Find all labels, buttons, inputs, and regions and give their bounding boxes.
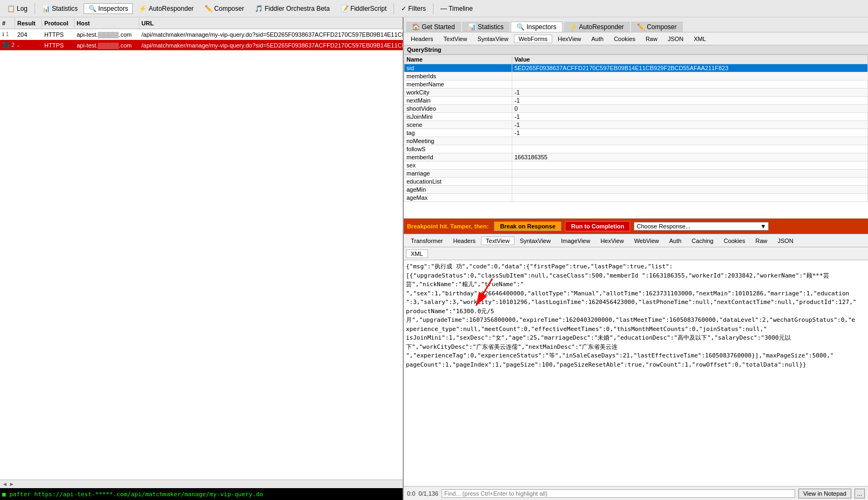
resp-tab-syntaxview[interactable]: SyntaxView [515, 237, 555, 245]
list-item[interactable]: memberId1663186355 [404, 153, 868, 161]
qs-value [512, 186, 868, 194]
qs-name: isJoinMini [404, 113, 512, 121]
resp-tab-headers[interactable]: Headers [449, 237, 481, 245]
divider3 [433, 3, 433, 14]
list-item[interactable]: workCity-1 [404, 89, 868, 97]
filters-button[interactable]: ✓ Filters [396, 3, 431, 14]
log-button[interactable]: 📋 Log [2, 3, 32, 14]
itab-textview[interactable]: TextView [439, 35, 472, 43]
horizontal-scrollbar[interactable]: ◄ ► [0, 479, 403, 488]
statistics-icon: 📊 [42, 5, 50, 12]
qs-name: ageMin [404, 186, 512, 194]
list-item[interactable]: shootVideo0 [404, 105, 868, 113]
table-row[interactable]: ℹ 1 204 HTTPS api-test.▒▒▒▒▒.com /api/ma… [0, 29, 403, 40]
list-item[interactable]: memberName [404, 80, 868, 89]
row-url: /api/matchmaker/manage/my-vip-query.do?s… [139, 29, 403, 39]
composer-icon: ✏️ [205, 5, 213, 12]
itab-syntaxview[interactable]: SyntaxView [472, 35, 513, 43]
itab-raw[interactable]: Raw [641, 35, 662, 43]
itab-hexview[interactable]: HexView [553, 35, 586, 43]
tab-get-started[interactable]: 🏠 Get Started [406, 22, 461, 32]
itab-auth[interactable]: Auth [587, 35, 609, 43]
itab-headers[interactable]: Headers [406, 35, 438, 43]
querystring-header: QueryString [404, 45, 868, 55]
table-row[interactable]: ⬛ 2 - HTTPS api-test.▒▒▒▒▒.com /api/matc… [0, 40, 403, 51]
resp-tab-auth[interactable]: Auth [664, 237, 687, 245]
timeline-button[interactable]: — Timeline [436, 3, 478, 14]
list-item[interactable]: scene-1 [404, 121, 868, 129]
tab-composer[interactable]: ✏️ Composer [631, 22, 683, 32]
list-item[interactable]: sid5ED265F0938637ACFFD2170C597EB09B14E11… [404, 64, 868, 72]
querystring-panel: QueryString Name Value sid5ED265F0938637… [404, 45, 868, 218]
run-to-completion-button[interactable]: Run to Completion [565, 221, 630, 232]
resp-tab-transformer[interactable]: Transformer [406, 237, 448, 245]
resp-tab-json[interactable]: JSON [772, 237, 798, 245]
composer-button[interactable]: ✏️ Composer [200, 3, 249, 14]
resp-tab-xml[interactable]: XML [406, 249, 428, 258]
qs-name: memberIds [404, 72, 512, 80]
list-item[interactable]: noMeeting [404, 137, 868, 145]
choose-response-dropdown[interactable]: Choose Response... ▼ [634, 222, 769, 231]
list-item[interactable]: ageMin [404, 186, 868, 194]
qs-col-value: Value [512, 55, 868, 64]
request-list[interactable]: ℹ 1 204 HTTPS api-test.▒▒▒▒▒.com /api/ma… [0, 29, 403, 479]
get-started-icon: 🏠 [412, 23, 420, 31]
col-header-protocol[interactable]: Protocol [42, 17, 74, 29]
split-pane: # Result Protocol Host URL ℹ [0, 17, 868, 500]
fiddlerscript-button[interactable]: 📝 FiddlerScript [336, 3, 391, 14]
xml-tab-row: XML [404, 247, 868, 260]
list-item[interactable]: followS [404, 145, 868, 153]
itab-cookies[interactable]: Cookies [609, 35, 640, 43]
list-item[interactable]: isJoinMini-1 [404, 113, 868, 121]
filters-icon: ✓ [401, 5, 406, 12]
list-item[interactable]: sex [404, 161, 868, 170]
col-header-url[interactable]: URL [139, 17, 403, 29]
resp-tab-caching[interactable]: Caching [687, 237, 718, 245]
tab-inspectors[interactable]: 🔍 Inspectors [511, 22, 562, 32]
tab-statistics[interactable]: 📊 Statistics [462, 22, 510, 32]
row-url: /api/matchmaker/manage/my-vip-query.do?s… [139, 40, 403, 50]
arrow-annotation [471, 273, 503, 320]
list-item[interactable]: educationList [404, 178, 868, 186]
right-pane: 🏠 Get Started 📊 Statistics 🔍 Inspectors … [404, 17, 868, 500]
more-options-button[interactable]: ... [855, 489, 865, 498]
list-item[interactable]: marriage [404, 170, 868, 178]
tab-autoresponder[interactable]: ⚡ AutoResponder [564, 22, 630, 32]
inspectors-icon: 🔍 [89, 5, 97, 12]
list-item[interactable]: memberIds [404, 72, 868, 80]
response-content[interactable]: {"msg":"执行成 功","code":0,"data":{"firstPa… [404, 260, 868, 486]
statistics-button[interactable]: 📊 Statistics [37, 3, 83, 14]
qs-value: -1 [512, 97, 868, 105]
resp-tab-webview[interactable]: WebView [629, 237, 664, 245]
composer-label: Composer [214, 5, 244, 12]
qs-value [512, 145, 868, 153]
resp-tab-textview[interactable]: TextView [481, 237, 514, 245]
list-item[interactable]: nextMain-1 [404, 97, 868, 105]
resp-tab-hexview[interactable]: HexView [595, 237, 628, 245]
list-item[interactable]: tag-1 [404, 129, 868, 137]
statistics-label: Statistics [52, 5, 78, 12]
qs-name: shootVideo [404, 105, 512, 113]
inspectors-button[interactable]: 🔍 Inspectors [84, 3, 133, 14]
row-hash: ℹ 1 [0, 29, 15, 39]
itab-xml[interactable]: XML [689, 35, 711, 43]
itab-webforms[interactable]: WebForms [514, 35, 553, 43]
list-item[interactable]: ageMax [404, 194, 868, 202]
resp-tab-raw[interactable]: Raw [750, 237, 772, 245]
qs-name: marriage [404, 170, 512, 178]
col-header-hash[interactable]: # [0, 17, 15, 29]
col-header-result[interactable]: Result [15, 17, 42, 29]
fiddler-orchestra-button[interactable]: 🎵 Fiddler Orchestra Beta [250, 3, 335, 14]
break-on-response-button[interactable]: Break on Response [494, 221, 561, 231]
querystring-table[interactable]: Name Value sid5ED265F0938637ACFFD2170C59… [404, 55, 868, 218]
fiddler-orchestra-label: Fiddler Orchestra Beta [265, 5, 330, 12]
col-header-host[interactable]: Host [74, 17, 139, 29]
qs-value: -1 [512, 113, 868, 121]
find-input[interactable] [442, 489, 795, 498]
resp-tab-imageview[interactable]: ImageView [556, 237, 595, 245]
itab-json[interactable]: JSON [663, 35, 688, 43]
autoresponder-button[interactable]: ⚡ AutoResponder [134, 3, 198, 14]
resp-tab-cookies[interactable]: Cookies [719, 237, 750, 245]
view-in-notepad-button[interactable]: View in Notepad [798, 489, 851, 498]
qs-name: sid [404, 64, 512, 72]
